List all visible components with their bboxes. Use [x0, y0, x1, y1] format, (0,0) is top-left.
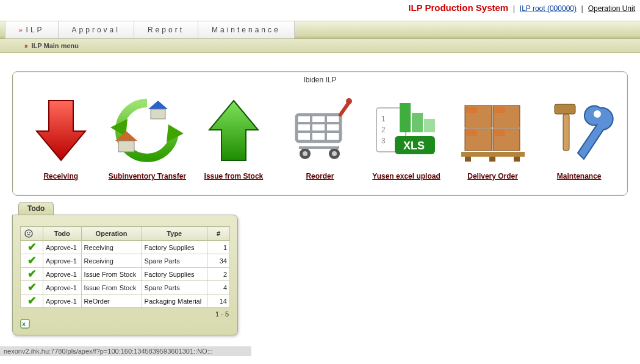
cart-icon [283, 94, 356, 167]
svg-point-41 [25, 230, 32, 237]
tools-icon [542, 97, 616, 164]
svg-point-11 [346, 98, 352, 104]
svg-text:XLS: XLS [403, 140, 425, 152]
svg-rect-32 [466, 130, 477, 136]
svg-point-15 [332, 151, 337, 156]
cell-operation: Issue From Stock [81, 281, 142, 294]
svg-rect-22 [412, 113, 423, 132]
todo-table: Todo Operation Type # ✔Approve-1Receivin… [20, 226, 230, 308]
col-type[interactable]: Type [142, 227, 207, 241]
nav-yusen-excel-upload[interactable]: 1 2 3 XLS Yusen excel upload [367, 94, 446, 180]
table-row[interactable]: ✔Approve-1ReOrderPackaging Material14 [21, 294, 230, 308]
table-row[interactable]: ✔Approve-1Issue From StockFactory Suppli… [21, 268, 230, 281]
col-todo[interactable]: Todo [43, 227, 82, 241]
table-row[interactable]: ✔Approve-1ReceivingFactory Supplies1 [21, 241, 230, 254]
svg-rect-23 [424, 119, 435, 132]
svg-rect-34 [461, 152, 525, 157]
nav-label: Yusen excel upload [372, 172, 440, 180]
todo-tab[interactable]: Todo [18, 202, 54, 215]
tab-maintenance[interactable]: Maintenance [198, 21, 295, 38]
separator: | [511, 4, 517, 13]
nav-delivery-order[interactable]: Delivery Order [453, 94, 533, 180]
nav-label: Issue from Stock [204, 172, 264, 180]
separator: | [579, 4, 586, 13]
svg-point-13 [303, 151, 307, 156]
check-icon: ✔ [27, 294, 37, 307]
cell-todo: Approve-1 [43, 294, 82, 308]
nav-maintenance[interactable]: Maintenance [539, 94, 619, 180]
chevron-icon: » [24, 43, 28, 49]
svg-rect-38 [555, 104, 575, 114]
svg-rect-37 [514, 157, 520, 162]
row-range: 1 - 5 [20, 308, 230, 319]
tab-approval[interactable]: Approval [59, 21, 134, 38]
svg-text:2: 2 [381, 126, 386, 134]
arrow-down-icon [34, 97, 88, 164]
svg-point-42 [27, 232, 28, 234]
cell-operation: Receiving [81, 254, 142, 268]
check-icon: ✔ [27, 268, 37, 280]
svg-rect-39 [563, 114, 569, 151]
todo-body: Todo Operation Type # ✔Approve-1Receivin… [12, 215, 238, 335]
nav-reorder[interactable]: Reorder [280, 94, 359, 180]
nav-label: Maintenance [557, 172, 602, 180]
tab-label: Report [148, 26, 184, 34]
operation-unit-link[interactable]: Operation Unit [588, 4, 635, 13]
main-tab-bar: »ILP Approval Report Maintenance [0, 21, 640, 39]
table-row[interactable]: ✔Approve-1ReceivingSpare Parts34 [21, 254, 230, 268]
arrow-up-icon [206, 97, 261, 164]
export-xls-icon[interactable]: X [20, 319, 230, 329]
cell-count: 1 [207, 241, 230, 254]
subtab-label: ILP Main menu [32, 42, 79, 49]
tab-ilp[interactable]: »ILP [5, 21, 59, 38]
cell-todo: Approve-1 [43, 268, 82, 281]
system-name: ILP Production System [408, 2, 508, 13]
cell-type: Spare Parts [142, 254, 207, 268]
cell-type: Packaging Material [142, 294, 207, 308]
user-link[interactable]: ILP root (000000) [520, 4, 577, 13]
table-row[interactable]: ✔Approve-1Issue From StockSpare Parts4 [21, 281, 230, 294]
tab-report[interactable]: Report [134, 21, 198, 38]
main-panel: Ibiden ILP Receiving [12, 71, 628, 196]
transfer-icon [110, 97, 184, 164]
cell-todo: Approve-1 [43, 254, 82, 268]
nav-issue-from-stock[interactable]: Issue from Stock [194, 94, 273, 180]
nav-receiving[interactable]: Receiving [21, 94, 101, 180]
xls-icon: 1 2 3 XLS [373, 97, 440, 164]
svg-rect-33 [494, 130, 505, 136]
check-icon: ✔ [27, 281, 37, 293]
top-bar: ILP Production System | ILP root (000000… [0, 0, 640, 21]
col-operation[interactable]: Operation [81, 227, 142, 241]
svg-text:1: 1 [381, 115, 386, 123]
tab-label: Maintenance [212, 26, 281, 34]
cell-count: 14 [207, 294, 230, 308]
icon-row: Receiving Subinventory Transfer [13, 88, 627, 195]
cell-todo: Approve-1 [43, 241, 82, 254]
tab-label: Approval [72, 26, 120, 34]
svg-rect-3 [151, 109, 165, 119]
col-count[interactable]: # [207, 227, 230, 241]
nav-label: Receiving [43, 172, 78, 180]
svg-rect-5 [118, 141, 134, 152]
status-bar: nexonv2.ihk.hu:7780/pls/apex/f?p=100:160… [0, 346, 251, 356]
col-status[interactable] [21, 227, 43, 241]
cell-operation: Receiving [81, 241, 142, 254]
cell-operation: Issue From Stock [81, 268, 142, 281]
svg-rect-35 [465, 157, 471, 162]
svg-point-40 [594, 110, 601, 118]
svg-point-43 [29, 232, 31, 234]
panel-title: Ibiden ILP [13, 72, 627, 88]
tab-label: ILP [26, 26, 45, 34]
nav-subinventory-transfer[interactable]: Subinventory Transfer [107, 94, 187, 180]
cell-type: Spare Parts [142, 281, 207, 294]
todo-region: Todo Todo Operation Type # ✔Approve-1Rec… [12, 202, 238, 335]
cell-operation: ReOrder [81, 294, 142, 308]
sub-tab-bar: » ILP Main menu [0, 39, 640, 53]
svg-rect-30 [466, 107, 477, 113]
svg-rect-31 [494, 107, 505, 113]
cell-count: 2 [207, 268, 230, 281]
cell-count: 4 [207, 281, 230, 294]
check-icon: ✔ [27, 254, 37, 266]
cell-type: Factory Supplies [142, 241, 207, 254]
boxes-pallet-icon [456, 97, 530, 164]
